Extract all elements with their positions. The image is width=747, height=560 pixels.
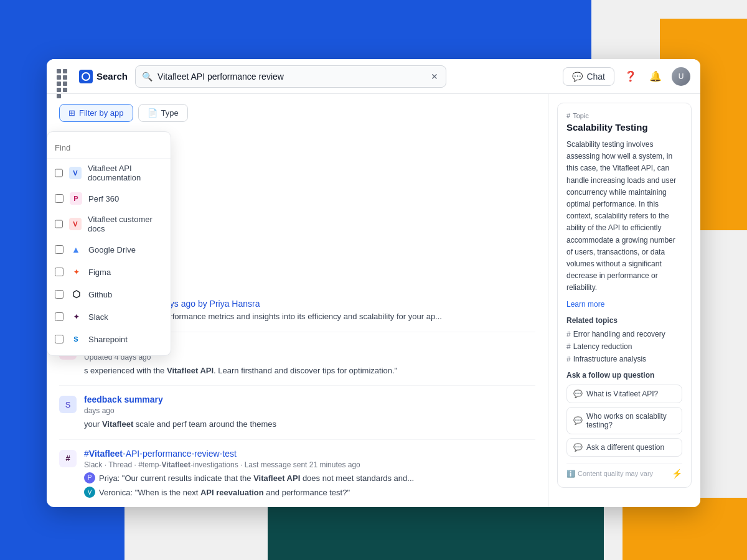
grid-icon[interactable] bbox=[57, 69, 72, 84]
filter-checkbox-sharepoint[interactable] bbox=[55, 335, 63, 343]
topic-card: # Topic Scalability Testing Scalability … bbox=[557, 103, 692, 488]
filter-by-app-label: Filter by app bbox=[79, 108, 124, 118]
topic-title: Scalability Testing bbox=[566, 122, 682, 133]
result-icon-slack: # bbox=[59, 450, 77, 467]
result-meta-slack: Slack · Thread · #temp-Vitafleet-investi… bbox=[84, 460, 535, 469]
filter-item-label: Vitafleet customer docs bbox=[88, 215, 163, 233]
header: Search 🔍 Vitafleet API performance revie… bbox=[47, 59, 700, 94]
search-area: 🔍 Vitafleet API performance review ✕ bbox=[135, 65, 446, 88]
slack-message-1: P Priya: "Our current results indicate t… bbox=[84, 472, 535, 485]
filter-checkbox-figma[interactable] bbox=[55, 268, 63, 276]
vitafleet-api-docs-icon: V bbox=[69, 167, 82, 179]
filter-item-google-drive[interactable]: ▲ Google Drive bbox=[47, 238, 171, 261]
help-icon[interactable]: ❓ bbox=[622, 68, 639, 85]
filter-dropdown: V Vitafleet API documentation P Perf 360… bbox=[47, 131, 171, 356]
info-icon: ℹ️ bbox=[566, 470, 575, 478]
search-label: Search bbox=[96, 71, 128, 82]
filter-checkbox-gdrive[interactable] bbox=[55, 245, 63, 254]
filter-item-label: Sharepoint bbox=[88, 335, 128, 344]
filter-checkbox-perf360[interactable] bbox=[55, 194, 63, 203]
topic-label: # Topic bbox=[566, 112, 682, 119]
filter-item-label: Figma bbox=[88, 268, 111, 277]
chat-button[interactable]: 💬 Chat bbox=[563, 67, 614, 86]
filter-grid-icon: ⊞ bbox=[68, 108, 75, 118]
filter-item-label: Github bbox=[88, 290, 112, 299]
result-icon-3: S bbox=[59, 396, 77, 413]
sharepoint-icon: S bbox=[70, 333, 82, 345]
filter-item-sharepoint[interactable]: S Sharepoint bbox=[47, 328, 171, 350]
related-topic-label: Infrastructure analysis bbox=[573, 355, 646, 363]
result-title-slack: #Vitafleet-API-performance-review-test bbox=[84, 449, 535, 459]
result-content-slack: #Vitafleet-API-performance-review-test S… bbox=[84, 449, 535, 499]
filter-item-figma[interactable]: ✦ Figma bbox=[47, 261, 171, 283]
related-topics-title: Related topics bbox=[566, 316, 682, 325]
related-topic-label: Error handling and recovery bbox=[573, 330, 665, 338]
chat-bubble-icon: 💬 bbox=[573, 443, 583, 452]
topic-body: Scalability testing involves assessing h… bbox=[566, 139, 682, 294]
main-window: Search 🔍 Vitafleet API performance revie… bbox=[47, 59, 700, 507]
follow-up-title: Ask a follow up question bbox=[566, 371, 682, 380]
type-label: Type bbox=[161, 108, 179, 118]
filter-item-perf360[interactable]: P Perf 360 bbox=[47, 187, 171, 210]
content-quality-label: Content quality may vary bbox=[578, 470, 653, 477]
filter-by-app-button[interactable]: ⊞ Filter by app bbox=[59, 104, 133, 122]
chat-bubble-icon: 💬 bbox=[573, 390, 583, 398]
filter-checkbox-github[interactable] bbox=[55, 290, 63, 299]
slack-message-2: V Veronica: "When is the next API reeval… bbox=[84, 487, 535, 499]
chat-bubble-icon: 💬 bbox=[573, 416, 583, 425]
filter-item-label: Slack bbox=[88, 312, 108, 322]
result-meta-3: days ago bbox=[84, 406, 535, 415]
result-item-slack-thread[interactable]: # #Vitafleet-API-performance-review-test… bbox=[59, 440, 535, 508]
related-topic-3[interactable]: # Infrastructure analysis bbox=[566, 355, 682, 363]
gdrive-icon: ▲ bbox=[70, 243, 82, 256]
filter-item-label: Vitafleet API documentation bbox=[88, 164, 163, 182]
type-icon: 📄 bbox=[148, 108, 157, 118]
avatar[interactable]: U bbox=[672, 67, 690, 86]
dropdown-find-input[interactable] bbox=[55, 143, 163, 152]
filter-item-label: Google Drive bbox=[88, 245, 136, 254]
bg-teal-bottom bbox=[268, 498, 604, 560]
filter-item-slack[interactable]: ✦ Slack bbox=[47, 306, 171, 328]
github-icon: ⬡ bbox=[70, 288, 82, 301]
filter-item-vitafleet-api-docs[interactable]: V Vitafleet API documentation bbox=[47, 159, 171, 187]
result-link-slack[interactable]: #Vitafleet-API-performance-review-test bbox=[84, 449, 237, 459]
filter-checkbox-vitafleet[interactable] bbox=[55, 169, 63, 177]
follow-up-label-2: Who works on scalablity testing? bbox=[586, 412, 675, 429]
related-topic-2[interactable]: # Latency reduction bbox=[566, 342, 682, 351]
filter-item-github[interactable]: ⬡ Github bbox=[47, 283, 171, 306]
bg-yellow-bottom bbox=[622, 498, 747, 560]
result-item-3[interactable]: S feedback summary days ago your Vitafle… bbox=[59, 386, 535, 440]
follow-up-btn-2[interactable]: 💬 Who works on scalablity testing? bbox=[566, 407, 682, 434]
hash-icon: # bbox=[566, 330, 571, 338]
result-link-3[interactable]: feedback summary bbox=[84, 394, 163, 404]
learn-more-link[interactable]: Learn more bbox=[566, 300, 682, 309]
type-filter-button[interactable]: 📄 Type bbox=[138, 104, 188, 122]
avatar-image: U bbox=[672, 67, 690, 86]
result-content-3: feedback summary days ago your Vitafleet… bbox=[84, 394, 535, 431]
result-snippet-2: s experienced with the Vitafleet API. Le… bbox=[84, 365, 535, 377]
powered-by-icon: ⚡ bbox=[672, 469, 682, 478]
follow-up-label-3: Ask a different question bbox=[586, 443, 664, 452]
clear-search-icon[interactable]: ✕ bbox=[430, 70, 439, 83]
filter-checkbox-slack[interactable] bbox=[55, 312, 63, 321]
search-input[interactable]: Vitafleet API performance review bbox=[157, 72, 425, 82]
chat-icon: 💬 bbox=[572, 72, 583, 82]
follow-up-btn-1[interactable]: 💬 What is Vitafleet API? bbox=[566, 385, 682, 403]
hash-icon: # bbox=[566, 355, 571, 363]
follow-up-btn-3[interactable]: 💬 Ask a different question bbox=[566, 438, 682, 457]
related-topic-label: Latency reduction bbox=[573, 342, 632, 351]
dropdown-search bbox=[47, 137, 171, 159]
notifications-icon[interactable]: 🔔 bbox=[647, 68, 664, 85]
perf360-icon: P bbox=[70, 192, 82, 205]
filter-checkbox-vitafleet-docs[interactable] bbox=[55, 220, 63, 228]
filter-bar: ⊞ Filter by app 📄 Type bbox=[59, 104, 535, 122]
related-topic-1[interactable]: # Error handling and recovery bbox=[566, 330, 682, 338]
hash-icon: # bbox=[566, 342, 571, 351]
content-quality-notice: ℹ️ Content quality may vary ⚡ bbox=[566, 463, 682, 478]
logo: Search bbox=[79, 70, 128, 83]
header-right: 💬 Chat ❓ 🔔 U bbox=[563, 67, 690, 86]
filter-item-vitafleet-customer-docs[interactable]: V Vitafleet customer docs bbox=[47, 210, 171, 238]
result-title-3: feedback summary bbox=[84, 394, 535, 404]
filter-item-label: Perf 360 bbox=[88, 194, 119, 203]
search-icon: 🔍 bbox=[142, 72, 153, 82]
